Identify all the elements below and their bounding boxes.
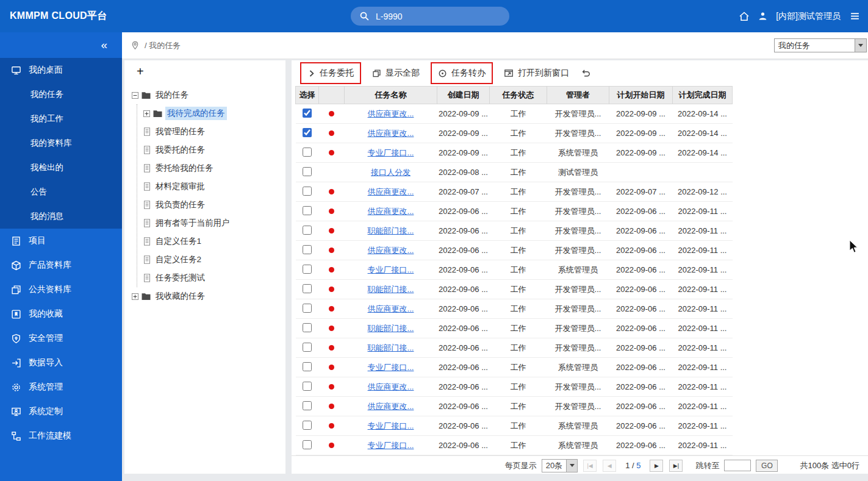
row-checkbox[interactable] [303,304,312,313]
per-page-dropdown-button[interactable] [566,460,577,472]
task-name-link[interactable]: 职能部门接... [368,226,414,235]
jump-page-input[interactable] [724,460,751,471]
tree-node[interactable]: 材料定额审批 [143,177,283,196]
minus-box-icon[interactable] [132,92,138,99]
view-selector-dropdown-button[interactable] [855,39,866,52]
sidebar-collapse-button[interactable]: « [0,32,122,58]
sidebar-item-desktop[interactable]: 我的桌面 [0,58,122,82]
sidebar-item-product-library[interactable]: 产品资料库 [0,253,122,277]
toolbar-button-copy[interactable]: 显示全部 [371,66,421,80]
prev-page-button[interactable]: ◀ [603,460,616,472]
row-checkbox[interactable] [303,206,312,215]
sidebar-item-favorites[interactable]: 我的收藏 [0,302,122,326]
tree-node[interactable]: 我管理的任务 [143,123,283,141]
task-name-link[interactable]: 职能部门接... [368,285,414,294]
row-checkbox[interactable] [303,323,312,332]
sidebar-item-system-custom[interactable]: 系统定制 [0,399,122,424]
tree-node[interactable]: 自定义任务2 [143,251,283,269]
row-checkbox[interactable] [303,421,312,430]
sidebar-subitem[interactable]: 公告 [0,180,122,204]
task-name-link[interactable]: 供应商更改... [368,129,414,138]
task-name-link[interactable]: 职能部门接... [368,324,414,333]
row-checkbox[interactable] [303,265,312,274]
row-checkbox[interactable] [303,440,312,449]
sidebar-subitem[interactable]: 我的资料库 [0,131,122,155]
toolbar-button-open-window[interactable]: 打开到新窗口 [503,66,570,80]
current-user-label[interactable]: [内部]测试管理员 [776,11,841,22]
row-checkbox[interactable] [303,343,312,352]
cell-plan-start-date: 2022-09-09 ... [609,104,673,124]
row-checkbox[interactable] [303,284,312,293]
cell-manager: 开发管理员... [547,377,609,397]
row-checkbox[interactable] [303,167,312,176]
user-icon[interactable] [758,12,767,21]
task-name-link[interactable]: 职能部门接... [368,343,414,352]
task-name-link[interactable]: 供应商更改... [368,187,414,196]
task-name-link[interactable]: 专业厂接口... [368,363,414,372]
row-checkbox[interactable] [303,401,312,410]
plus-box-icon[interactable] [132,293,138,300]
tree-node[interactable]: 自定义任务1 [143,232,283,251]
home-icon[interactable] [739,11,750,22]
sidebar-item-public-library[interactable]: 公共资料库 [0,277,122,302]
task-name-link[interactable]: 供应商更改... [368,402,414,411]
go-button[interactable]: GO [756,460,778,472]
menu-icon[interactable] [849,11,861,21]
toolbar-button-undo[interactable] [580,68,592,79]
task-name-link[interactable]: 供应商更改... [368,304,414,313]
sidebar-item-data-import[interactable]: 数据导入 [0,351,122,375]
row-checkbox[interactable] [303,362,312,371]
cell-created-date: 2022-09-06 ... [437,241,490,260]
tree-node[interactable]: 我负责的任务 [143,196,283,214]
tree-root-my-tasks[interactable]: 我的任务 [132,86,283,104]
tree-node[interactable]: 拥有者等于当前用户 [143,214,283,232]
row-checkbox[interactable] [303,226,312,235]
cell-select [296,397,319,416]
sidebar-item-workflow[interactable]: 工作流建模 [0,424,122,448]
row-checkbox[interactable] [303,245,312,254]
task-name-link[interactable]: 接口人分发 [371,168,411,177]
sidebar-item-security[interactable]: 安全管理 [0,326,122,351]
sidebar-subitem[interactable]: 我检出的 [0,155,122,180]
row-checkbox[interactable] [303,128,312,137]
cell-created-date: 2022-09-06 ... [437,319,490,338]
sidebar-subitem[interactable]: 我的工作 [0,107,122,131]
tree-root-favorite-tasks[interactable]: 我收藏的任务 [132,287,283,305]
tree-node[interactable]: 我待完成的任务 [143,104,283,123]
last-page-button[interactable]: ▶| [669,460,683,472]
cell-task-status: 工作 [490,416,547,436]
row-checkbox[interactable] [303,382,312,391]
task-name-link[interactable]: 供应商更改... [368,382,414,391]
toolbar-button-circle-dot[interactable]: 任务转办 [431,62,493,84]
task-name-link[interactable]: 供应商更改... [368,109,414,118]
global-search-input[interactable]: L-9990 [351,7,509,26]
add-node-button[interactable]: + [137,65,144,79]
row-checkbox[interactable] [303,148,312,157]
row-checkbox[interactable] [303,187,312,196]
sidebar-item-project[interactable]: 项目 [0,229,122,253]
sidebar-item-label: 公共资料库 [29,284,71,295]
task-name-link[interactable]: 供应商更改... [368,246,414,255]
task-name-link[interactable]: 专业厂接口... [368,265,414,274]
task-name-link[interactable]: 专业厂接口... [368,441,414,450]
tree-node[interactable]: 委托给我的任务 [143,159,283,177]
row-checkbox[interactable] [303,109,312,118]
toolbar-button-chevron-right[interactable]: 任务委托 [300,62,361,84]
task-name-link[interactable]: 专业厂接口... [368,421,414,430]
first-page-button[interactable]: |◀ [583,460,597,472]
cell-status-dot [319,358,345,377]
caret-down-icon [858,44,863,47]
next-page-button[interactable]: ▶ [650,460,663,472]
plus-box-icon[interactable] [143,110,150,117]
view-selector[interactable]: 我的任务 [774,38,867,52]
per-page-select[interactable]: 20条 [542,459,578,472]
tree-node[interactable]: 任务委托测试 [143,269,283,287]
tree-node[interactable]: 我委托的任务 [143,141,283,159]
cell-plan-start-date: 2022-09-06 ... [609,416,673,436]
sidebar-item-system-manage[interactable]: 系统管理 [0,375,122,399]
sidebar-subitem[interactable]: 我的任务 [0,82,122,107]
task-name-link[interactable]: 专业厂接口... [368,148,414,157]
task-name-link[interactable]: 供应商更改... [368,207,414,216]
cell-status-dot [319,299,345,319]
sidebar-subitem[interactable]: 我的消息 [0,204,122,229]
